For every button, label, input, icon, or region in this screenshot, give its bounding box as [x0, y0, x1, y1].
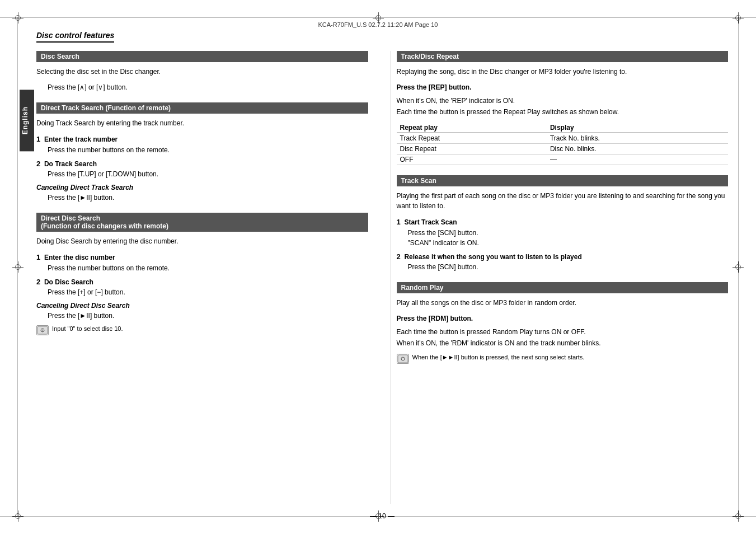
crosshair-right-mid	[732, 261, 744, 273]
rep-step-title: Press the [REP] button.	[397, 82, 729, 92]
file-info-text: KCA-R70FM_U.S 02.7.2 11:20 AM Page 10	[318, 21, 438, 28]
cancel-disc-desc: Press the [►II] button.	[36, 311, 368, 321]
rdm-step-desc1: Each time the button is pressed Random P…	[397, 327, 729, 337]
page-number: — 10 —	[36, 512, 728, 520]
crosshair-top-left	[12, 12, 24, 24]
scan-step-2: 2 Release it when the song you want to l…	[397, 251, 729, 273]
right-column: Track/Disc Repeat Replaying the song, di…	[391, 51, 729, 504]
repeat-col-header-2: Display	[547, 123, 728, 133]
disc-step-1-desc: Press the number buttons on the remote.	[36, 263, 368, 273]
track-scan-section: Track Scan Playing the first part of eac…	[397, 175, 729, 272]
rep-step-title-text: Press the [REP] button.	[397, 83, 472, 91]
crosshair-bottom-right	[732, 510, 744, 522]
track-step-1-number: 1	[36, 135, 40, 143]
random-play-section: Random Play Play all the songs on the di…	[397, 282, 729, 364]
disc-step-1-title: Enter the disc number	[44, 254, 115, 261]
disc-step-1: 1 Enter the disc number Press the number…	[36, 252, 368, 273]
header-file-info: KCA-R70FM_U.S 02.7.2 11:20 AM Page 10	[56, 21, 700, 28]
crosshair-left-mid	[12, 261, 24, 273]
two-column-layout: Disc Search Selecting the disc set in th…	[36, 51, 728, 504]
scan-step-1-desc1: Press the [SCN] button.	[397, 228, 729, 238]
scan-step-1-number: 1	[397, 218, 401, 226]
rdm-step-title: Press the [RDM] button.	[397, 313, 729, 324]
english-sidebar-label: English	[20, 90, 34, 151]
disc-step-1-number: 1	[36, 253, 40, 261]
cancel-disc-title: Canceling Direct Disc Search	[36, 302, 130, 310]
cancel-track-desc: Press the [►II] button.	[36, 193, 368, 203]
random-play-intro: Play all the songs on the disc or MP3 fo…	[397, 298, 729, 308]
disc-step-2-desc: Press the [+] or [−] button.	[36, 287, 368, 297]
direct-track-search-header: Direct Track Search (Function of remote)	[36, 102, 368, 114]
cancel-track-title: Canceling Direct Track Search	[36, 184, 133, 191]
rep-step-desc1: When it's ON, the 'REP' indicator is ON.	[397, 96, 729, 106]
track-step-2-desc: Press the [T.UP] or [T.DOWN] button.	[36, 169, 368, 179]
scan-step-1-desc2: "SCAN" indicator is ON.	[397, 238, 729, 248]
repeat-table: Repeat play Display Track Repeat Track N…	[397, 123, 729, 165]
rdm-note-text: When the [►►II] button is pressed, the n…	[412, 354, 585, 360]
repeat-row1-col1: Track Repeat	[397, 133, 547, 144]
track-step-2: 2 Do Track Search Press the [T.UP] or [T…	[36, 158, 368, 180]
track-step-2-number: 2	[36, 160, 40, 168]
track-scan-header: Track Scan	[397, 175, 729, 186]
repeat-row2-col1: Disc Repeat	[397, 144, 547, 154]
repeat-row1-col2: Track No. blinks.	[547, 133, 728, 144]
repeat-row3-col2: —	[547, 154, 728, 165]
disc-step-2-number: 2	[36, 278, 40, 286]
disc-search-step: Press the [∧] or [∨] button.	[36, 82, 368, 92]
rep-step-desc2: Each time the button is pressed the Repe…	[397, 107, 729, 117]
track-step-1-desc: Press the number buttons on the remote.	[36, 145, 368, 155]
disc-note-box: i Input "0" to select disc 10.	[36, 325, 368, 335]
disc-search-section: Disc Search Selecting the disc set in th…	[36, 51, 368, 92]
crosshair-top-right	[732, 12, 744, 24]
scan-step-1-title: Start Track Scan	[404, 218, 457, 226]
track-step-1-title: Enter the track number	[44, 135, 118, 143]
table-row: OFF —	[397, 154, 729, 165]
repeat-row2-col2: Disc No. blinks.	[547, 144, 728, 154]
direct-disc-search-header: Direct Disc Search (Function of disc cha…	[36, 213, 368, 232]
track-step-1: 1 Enter the track number Press the numbe…	[36, 134, 368, 155]
track-disc-repeat-header: Track/Disc Repeat	[397, 51, 729, 62]
track-disc-repeat-intro: Replaying the song, disc in the Disc cha…	[397, 67, 729, 77]
direct-track-search-intro: Doing Track Search by entering the track…	[36, 118, 368, 128]
random-play-header: Random Play	[397, 282, 729, 293]
crosshair-bottom-left	[12, 510, 24, 522]
direct-track-search-section: Direct Track Search (Function of remote)…	[36, 102, 368, 203]
track-scan-intro: Playing the first part of each song on t…	[397, 191, 729, 211]
svg-rect-3	[398, 355, 408, 363]
note-icon: i	[36, 325, 49, 335]
repeat-row3-col1: OFF	[397, 154, 547, 165]
track-step-2-title: Do Track Search	[44, 160, 97, 168]
direct-disc-search-intro: Doing Disc Search by entering the disc n…	[36, 236, 368, 246]
rdm-step-title-text: Press the [RDM] button.	[397, 315, 473, 322]
left-column: Disc Search Selecting the disc set in th…	[36, 51, 374, 504]
disc-step-2-title: Do Disc Search	[44, 278, 93, 286]
scan-step-1: 1 Start Track Scan Press the [SCN] butto…	[397, 217, 729, 248]
cancel-disc-search: Canceling Direct Disc Search Press the […	[36, 301, 368, 321]
rdm-step-desc2: When it's ON, the 'RDM' indicator is ON …	[397, 338, 729, 348]
direct-disc-search-section: Direct Disc Search (Function of disc cha…	[36, 213, 368, 335]
disc-step-2: 2 Do Disc Search Press the [+] or [−] bu…	[36, 277, 368, 298]
rdm-note-box: When the [►►II] button is pressed, the n…	[397, 354, 729, 364]
disc-search-header: Disc Search	[36, 51, 368, 62]
track-disc-repeat-section: Track/Disc Repeat Replaying the song, di…	[397, 51, 729, 165]
page-wrapper: KCA-R70FM_U.S 02.7.2 11:20 AM Page 10 En…	[0, 0, 756, 534]
table-row: Track Repeat Track No. blinks.	[397, 133, 729, 144]
cancel-track-search: Canceling Direct Track Search Press the …	[36, 182, 368, 203]
repeat-col-header-1: Repeat play	[397, 123, 547, 133]
disc-note-text: Input "0" to select disc 10.	[52, 325, 123, 332]
disc-search-intro: Selecting the disc set in the Disc chang…	[36, 67, 368, 77]
table-row: Disc Repeat Disc No. blinks.	[397, 144, 729, 154]
scan-step-2-number: 2	[397, 252, 401, 261]
content-area: Disc control features Disc Search Select…	[36, 31, 728, 506]
scan-step-2-title: Release it when the song you want to lis…	[404, 253, 581, 261]
rdm-note-icon	[397, 354, 409, 364]
scan-step-2-desc1: Press the [SCN] button.	[397, 262, 729, 272]
page-title: Disc control features	[36, 31, 114, 43]
